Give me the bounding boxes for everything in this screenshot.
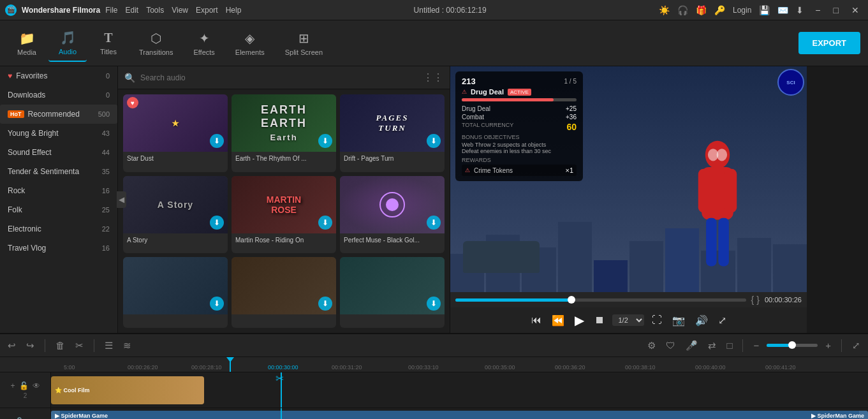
sidebar-item-recommended[interactable]: HoT Recommended 500	[0, 105, 117, 124]
track-lock-icon-2[interactable]: 🔓	[19, 381, 29, 390]
audio-card-muse[interactable]: ⬇ Perfect Muse - Black Gol...	[340, 176, 445, 254]
gift-icon[interactable]: 🎁	[696, 5, 707, 15]
sidebar-item-youngbright[interactable]: Young & Bright 43	[0, 124, 117, 143]
sidebar-item-electronic[interactable]: Electronic 22	[0, 219, 117, 239]
sun-icon[interactable]: ☀️	[659, 5, 670, 15]
zoom-out-button[interactable]: −	[751, 337, 761, 353]
preview-progress-fill	[455, 298, 571, 302]
undo-button[interactable]: ↩	[5, 337, 18, 354]
menu-view[interactable]: View	[172, 6, 188, 15]
maximize-button[interactable]: □	[830, 4, 842, 17]
stardust-download-icon[interactable]: ⬇	[210, 134, 224, 148]
track-lock-icon-1[interactable]: 🔓	[15, 417, 24, 420]
audio-card-drift[interactable]: PAGES TURN ⬇ Drift - Pages Turn	[340, 94, 445, 172]
drift-download-icon[interactable]: ⬇	[427, 134, 441, 148]
search-input[interactable]	[140, 73, 418, 82]
track-eye-icon-1[interactable]: 👁	[28, 417, 36, 420]
screenshot-icon[interactable]: 📷	[670, 312, 688, 329]
earth-download-icon[interactable]: ⬇	[318, 134, 332, 148]
properties-button[interactable]: ☰	[102, 337, 115, 354]
menu-help[interactable]: Help	[226, 6, 242, 15]
clip-spiderman[interactable]: ▶ SpiderMan Game	[51, 411, 868, 419]
zoom-slider[interactable]	[767, 344, 818, 347]
bracket-right-icon: }	[756, 295, 760, 305]
redo-button[interactable]: ↪	[24, 337, 37, 354]
track-add-icon-2[interactable]: +	[10, 381, 15, 390]
key-icon[interactable]: 🔑	[714, 5, 725, 15]
login-button[interactable]: Login	[733, 6, 751, 15]
mic-icon[interactable]: 🎤	[683, 337, 700, 354]
close-button[interactable]: ✕	[848, 4, 863, 17]
sidebar-item-favorites[interactable]: ♥ Favorites 0	[0, 66, 117, 85]
volume-icon[interactable]: 🔊	[693, 312, 710, 329]
story-download-icon[interactable]: ⬇	[210, 216, 224, 230]
zoom-in-button[interactable]: +	[823, 337, 834, 353]
preview-ratio-select[interactable]: 1/2 Full 1/4	[612, 314, 644, 326]
cut-button[interactable]: ✂	[73, 337, 86, 354]
sidebar-item-soundeffect[interactable]: Sound Effect 44	[0, 143, 117, 162]
audio-card-earth[interactable]: EARTHEARTHEarth ⬇ Earth - The Rhythm Of …	[232, 94, 336, 172]
hud-page: 1 / 5	[564, 78, 577, 85]
settings-icon[interactable]: ⚙	[645, 337, 658, 354]
collapse-sidebar-button[interactable]: ◀	[117, 191, 126, 208]
track-eye-icon-2[interactable]: 👁	[33, 381, 40, 390]
audio-card-story[interactable]: A Story ⬇ A Story	[123, 176, 228, 254]
waveform-button[interactable]: ≋	[121, 337, 134, 354]
minimize-button[interactable]: −	[811, 4, 824, 17]
transitions-icon: ⬡	[151, 31, 161, 46]
captions-icon[interactable]: □	[724, 337, 735, 353]
toolbar-media[interactable]: 📁 Media	[8, 26, 46, 61]
more-options-icon[interactable]: ⋮⋮	[423, 71, 443, 84]
bonus-objectives-label: BONUS OBJECTIVES	[462, 134, 577, 140]
play-button[interactable]: ▶	[572, 310, 587, 330]
sidebar-item-tender[interactable]: Tender & Sentimenta 35	[0, 162, 117, 181]
toolbar-elements[interactable]: ◈ Elements	[226, 26, 274, 61]
muse-download-icon[interactable]: ⬇	[427, 216, 441, 230]
stop-button[interactable]: ⏹	[592, 312, 607, 328]
toolbar-audio[interactable]: 🎵 Audio	[48, 25, 87, 62]
audio-card-extra2[interactable]: ⬇	[232, 257, 336, 328]
martin-download-icon[interactable]: ⬇	[318, 216, 332, 230]
skip-back-button[interactable]: ⏮	[529, 312, 544, 328]
headset-icon[interactable]: 🎧	[677, 5, 688, 15]
extra1-download-icon[interactable]: ⬇	[210, 297, 224, 311]
scissors-icon: ✂	[276, 372, 284, 385]
shield-icon[interactable]: 🛡	[663, 337, 678, 353]
folk-label: Folk	[8, 205, 22, 214]
audio-card-stardust[interactable]: ★ ⬇ ♥ Star Dust	[123, 94, 228, 172]
sidebar-item-rock[interactable]: Rock 16	[0, 181, 117, 200]
audio-card-extra3[interactable]: ⬇	[340, 257, 445, 328]
hud-progress-bar	[462, 98, 577, 101]
expand-icon[interactable]: ⤢	[716, 312, 729, 329]
export-button[interactable]: EXPORT	[798, 32, 860, 54]
toolbar-transitions[interactable]: ⬡ Transitions	[130, 26, 182, 61]
menu-tools[interactable]: Tools	[146, 6, 164, 15]
toolbar-effects[interactable]: ✦ Effects	[184, 26, 223, 61]
audio-card-extra1[interactable]: ⬇	[123, 257, 228, 328]
clip-coolfilm-label: ⭐ Cool Film	[55, 387, 90, 393]
menu-export[interactable]: Export	[196, 6, 218, 15]
menu-edit[interactable]: Edit	[125, 6, 138, 15]
fullscreen-icon[interactable]: ⛶	[649, 312, 665, 328]
audio-card-martin[interactable]: MARTINROSE ⬇ Martin Rose - Riding On	[232, 176, 336, 254]
sidebar-item-downloads[interactable]: Downloads 0	[0, 85, 117, 105]
delete-button[interactable]: 🗑	[53, 337, 68, 353]
sync-icon[interactable]: ⇄	[705, 337, 719, 354]
fullscreen-timeline-button[interactable]: ⤢	[850, 337, 863, 354]
step-back-button[interactable]: ⏪	[549, 312, 567, 329]
toolbar-titles[interactable]: T Titles	[89, 26, 128, 61]
save-icon[interactable]: 💾	[759, 5, 770, 15]
sci-label: SCI	[786, 80, 795, 85]
download-icon[interactable]: ⬇	[796, 5, 804, 15]
hot-badge: HoT	[8, 110, 24, 118]
toolbar-splitscreen[interactable]: ⊞ Split Screen	[276, 26, 332, 61]
clip-coolfilm[interactable]: ⭐ Cool Film	[51, 376, 204, 404]
extra3-download-icon[interactable]: ⬇	[427, 297, 441, 311]
preview-seekbar[interactable]	[455, 298, 746, 302]
extra2-download-icon[interactable]: ⬇	[318, 297, 332, 311]
sidebar-item-travelvlog[interactable]: Travel Vlog 16	[0, 239, 117, 258]
menu-file[interactable]: File	[105, 6, 117, 15]
sidebar-item-folk[interactable]: Folk 25	[0, 200, 117, 219]
mail-icon[interactable]: ✉️	[777, 5, 788, 15]
hud-progress-fill	[462, 98, 554, 101]
